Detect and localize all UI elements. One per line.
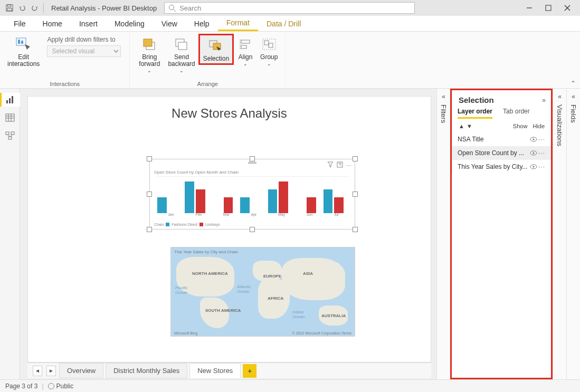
resize-handle[interactable] <box>147 156 152 161</box>
map-ocean-label: Atlantic Ocean <box>237 284 251 294</box>
redo-icon[interactable] <box>28 2 41 14</box>
focus-mode-icon[interactable] <box>337 161 343 169</box>
menu-datadrill[interactable]: Data / Drill <box>258 16 309 31</box>
resize-handle[interactable] <box>250 156 255 161</box>
svg-point-43 <box>533 166 535 168</box>
page-tab-overview[interactable]: Overview <box>59 363 103 378</box>
selection-item-label: NSA Title <box>458 136 530 143</box>
selection-item[interactable]: Open Store Count by ... ··· <box>452 146 551 160</box>
svg-rect-6 <box>546 5 551 11</box>
send-backward-button[interactable]: Send backward ⌄ <box>165 34 198 74</box>
svg-rect-20 <box>241 45 246 49</box>
app-title: Retail Analysis - Power BI Desktop <box>51 4 157 12</box>
model-view-icon[interactable] <box>3 129 17 142</box>
selection-item[interactable]: This Year Sales by City... ··· <box>452 160 551 174</box>
menu-help[interactable]: Help <box>186 16 218 31</box>
minimize-icon[interactable] <box>520 1 539 15</box>
more-options-icon[interactable]: ··· <box>346 161 351 169</box>
chevron-left-icon[interactable]: « <box>558 93 562 100</box>
chevron-left-icon[interactable]: « <box>572 93 575 100</box>
selection-item-label: Open Store Count by ... <box>458 149 530 157</box>
map-label: SOUTH AMERICA <box>205 308 241 313</box>
visualizations-pane-collapsed[interactable]: « Visualizations <box>553 89 566 379</box>
chevron-down-icon: ⌄ <box>147 68 151 73</box>
collapse-pane-icon[interactable]: » <box>542 97 546 104</box>
main-area: New Stores Analysis ··· Open Store Count… <box>0 89 580 379</box>
resize-handle[interactable] <box>353 192 358 197</box>
maximize-icon[interactable] <box>539 1 558 15</box>
fields-pane-collapsed[interactable]: « Fields <box>566 89 580 379</box>
svg-rect-2 <box>7 8 12 11</box>
hide-label[interactable]: Hide <box>533 123 545 129</box>
selection-item[interactable]: NSA Title ··· <box>452 132 551 146</box>
selection-pane: Selection » Layer order Tab order ▲ ▼ Sh… <box>452 90 551 174</box>
move-gripper-icon[interactable] <box>248 162 256 164</box>
undo-icon[interactable] <box>16 2 28 14</box>
resize-handle[interactable] <box>250 227 255 232</box>
selection-icon <box>207 37 224 54</box>
more-options-icon[interactable]: ··· <box>538 163 546 170</box>
svg-rect-25 <box>9 98 11 103</box>
filters-pane-collapsed[interactable]: « Filters <box>436 89 450 379</box>
tab-order-tab[interactable]: Tab order <box>503 108 530 119</box>
svg-rect-34 <box>8 137 12 139</box>
page-tabs: ◄ ► Overview District Monthly Sales New … <box>27 362 431 378</box>
prev-page-button[interactable]: ◄ <box>33 366 42 376</box>
menu-modeling[interactable]: Modeling <box>106 16 153 31</box>
report-view-icon[interactable] <box>0 93 20 107</box>
svg-rect-10 <box>18 40 20 44</box>
align-button[interactable]: Align ⌄ <box>234 34 257 68</box>
resize-handle[interactable] <box>353 227 358 232</box>
show-label[interactable]: Show <box>513 123 528 129</box>
titlebar: Retail Analysis - Power BI Desktop Searc… <box>0 0 580 16</box>
page-tab-newstores[interactable]: New Stores <box>189 363 241 378</box>
resize-handle[interactable] <box>147 227 152 232</box>
menu-view[interactable]: View <box>153 16 186 31</box>
search-input[interactable]: Search <box>164 2 415 14</box>
visibility-icon[interactable] <box>530 164 538 169</box>
visibility-icon[interactable] <box>530 137 538 142</box>
ribbon: Edit interactions Apply drill down filte… <box>0 32 580 89</box>
layer-order-tab[interactable]: Layer order <box>458 108 492 119</box>
edit-interactions-label: Edit interactions <box>7 54 40 68</box>
more-options-icon[interactable]: ··· <box>538 136 546 143</box>
left-view-rail <box>0 89 20 379</box>
edit-interactions-button[interactable]: Edit interactions <box>4 34 43 69</box>
group-label: Group <box>260 54 278 61</box>
chevron-down-icon: ⌄ <box>179 68 184 73</box>
save-icon[interactable] <box>3 2 16 14</box>
visibility-icon[interactable] <box>530 150 538 156</box>
menu-format[interactable]: Format <box>218 16 258 31</box>
search-icon <box>168 4 176 12</box>
map-visual[interactable]: This Year Sales by City and Chain NORTH … <box>170 247 355 337</box>
group-button[interactable]: Group ⌄ <box>257 34 281 68</box>
data-view-icon[interactable] <box>3 111 17 125</box>
menu-insert[interactable]: Insert <box>71 16 106 31</box>
svg-rect-27 <box>6 114 14 121</box>
chart-x-axis: JanFebMarAprMayJunJul <box>157 213 349 216</box>
menu-file[interactable]: File <box>5 16 34 31</box>
drill-filter-select[interactable]: Selected visual <box>47 45 121 57</box>
chart-visual[interactable]: ··· Open Store Count by Open Month and C… <box>149 159 355 230</box>
move-up-icon[interactable]: ▲ <box>459 123 464 129</box>
report-canvas[interactable]: New Stores Analysis ··· Open Store Count… <box>27 96 431 362</box>
more-options-icon[interactable]: ··· <box>538 149 546 157</box>
menu-home[interactable]: Home <box>34 16 71 31</box>
page-tab-dms[interactable]: District Monthly Sales <box>106 363 187 378</box>
chevron-left-icon[interactable]: « <box>442 93 445 100</box>
add-page-button[interactable]: + <box>243 364 256 378</box>
collapse-ribbon-icon[interactable]: ⌃ <box>571 80 576 87</box>
selection-pane-title: Selection <box>459 95 494 104</box>
resize-handle[interactable] <box>147 192 152 197</box>
move-down-icon[interactable]: ▼ <box>467 123 472 129</box>
resize-handle[interactable] <box>353 156 358 161</box>
next-page-button[interactable]: ► <box>46 366 56 376</box>
selection-button[interactable]: Selection <box>198 34 234 65</box>
bring-forward-button[interactable]: Bring forward ⌄ <box>134 34 165 74</box>
close-icon[interactable] <box>558 1 577 15</box>
filter-icon[interactable] <box>327 161 334 169</box>
svg-point-39 <box>533 139 535 140</box>
map-label: ASIA <box>303 271 313 276</box>
selection-item-label: This Year Sales by City... <box>458 163 530 170</box>
send-backward-icon <box>173 36 190 53</box>
